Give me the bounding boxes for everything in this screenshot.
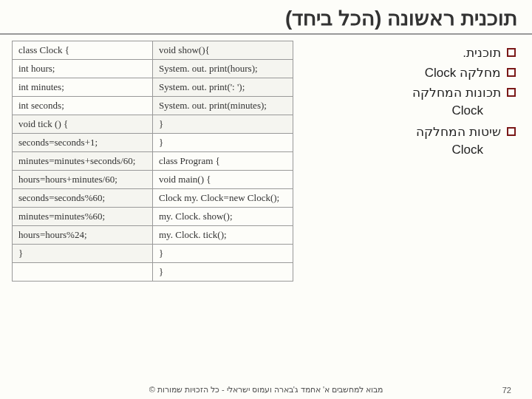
code-cell: } (153, 134, 293, 152)
code-cell: int seconds; (13, 97, 153, 115)
bullet-text: שיטות המחלקה (416, 124, 501, 140)
footer: 72 מבוא למחשבים א' אחמד ג'בארה ועמוס ישר… (0, 386, 532, 395)
bullet-text: מחלקה Clock (425, 65, 501, 81)
code-cell (13, 263, 153, 282)
bullet-text: תכונות המחלקה (412, 85, 501, 100)
code-cell: my. Clock. show(); (153, 208, 293, 226)
code-cell: System. out. print(minutes); (153, 97, 293, 115)
code-cell: minutes=minutes+seconds/60; (13, 152, 153, 171)
bullet-panel: תוכנית. מחלקה Clock תכונות המחלקה Clock … (293, 41, 520, 282)
bullet-item: מחלקה Clock (293, 64, 516, 83)
code-cell: Clock my. Clock=new Clock(); (153, 189, 293, 208)
bullet-subtext: Clock (293, 143, 516, 162)
code-cell: hours=hours+minutes/60; (13, 171, 153, 189)
code-cell: } (153, 245, 293, 263)
footer-credit: מבוא למחשבים א' אחמד ג'בארה ועמוס ישראלי… (149, 385, 383, 395)
code-cell: } (153, 115, 293, 134)
code-cell: int hours; (13, 60, 153, 78)
page-number: 72 (502, 386, 511, 395)
code-table: class Clock { void show(){ int hours; Sy… (12, 41, 293, 282)
bullet-icon (507, 48, 516, 57)
bullet-text: תוכנית. (463, 45, 501, 61)
code-cell: minutes=minutes%60; (13, 208, 153, 226)
code-cell: class Clock { (13, 41, 153, 60)
code-cell: void tick () { (13, 115, 153, 134)
code-cell: } (153, 263, 293, 282)
code-cell: int minutes; (13, 78, 153, 97)
code-cell: class Program { (153, 152, 293, 171)
bullet-icon (507, 127, 516, 136)
code-cell: seconds=seconds%60; (13, 189, 153, 208)
bullet-icon (507, 88, 516, 97)
code-cell: seconds=seconds+1; (13, 134, 153, 152)
bullet-icon (507, 68, 516, 77)
code-cell: } (13, 245, 153, 263)
code-cell: void main() { (153, 171, 293, 189)
bullet-item: שיטות המחלקה (293, 123, 516, 143)
code-cell: hours=hours%24; (13, 226, 153, 245)
bullet-subtext: Clock (293, 103, 516, 123)
code-cell: my. Clock. tick(); (153, 226, 293, 245)
bullet-item: תוכנית. (293, 44, 516, 64)
code-cell: System. out. print(hours); (153, 60, 293, 78)
code-cell: System. out. print(': '); (153, 78, 293, 97)
content-area: class Clock { void show(){ int hours; Sy… (0, 35, 532, 282)
bullet-item: תכונות המחלקה (293, 83, 516, 103)
code-cell: void show(){ (153, 41, 293, 60)
slide-title: תוכנית ראשונה (הכל ביחד) (0, 0, 532, 35)
